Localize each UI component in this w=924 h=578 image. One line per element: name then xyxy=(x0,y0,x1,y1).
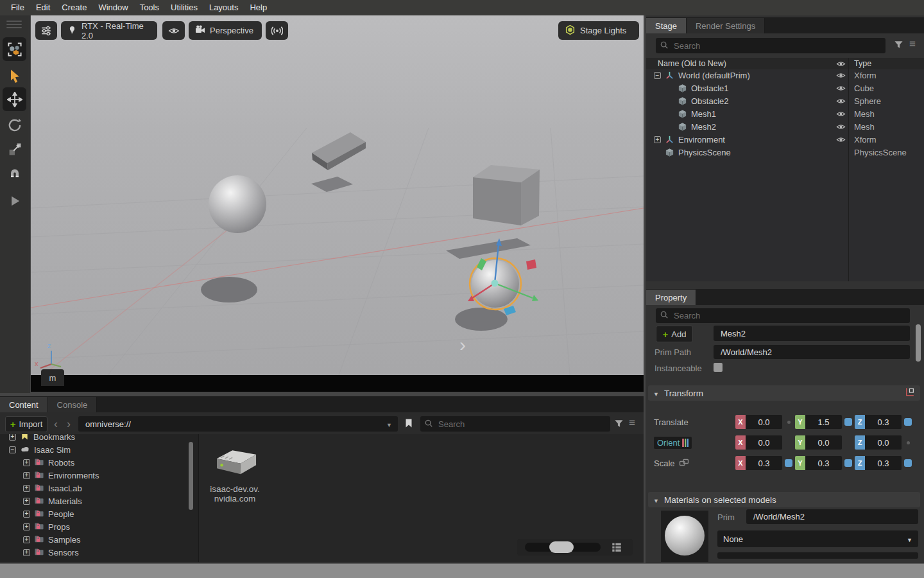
move-tool-button[interactable] xyxy=(3,87,26,111)
menu-window[interactable]: Window xyxy=(92,0,133,15)
instanceable-checkbox[interactable] xyxy=(714,363,723,372)
view-mode-grid-icon[interactable] xyxy=(611,541,622,553)
visibility-eye-icon[interactable] xyxy=(836,96,846,108)
expand-toggle[interactable] xyxy=(9,434,16,441)
tree-item-materials[interactable]: Materials xyxy=(23,495,82,507)
content-search-input[interactable] xyxy=(437,419,606,430)
translate-z-field[interactable]: 0.3 xyxy=(865,415,902,429)
translate-x-field[interactable]: 0.0 xyxy=(746,415,782,429)
viewport[interactable]: RTX - Real-Time 2.0 Perspective Stage Li… xyxy=(31,15,644,392)
stage-row-world[interactable]: World (defaultPrim) Xform xyxy=(646,69,924,82)
tab-property[interactable]: Property xyxy=(646,290,696,305)
link-toggle[interactable] xyxy=(842,415,855,429)
link-toggle[interactable] xyxy=(782,456,795,470)
stage-row-environment[interactable]: Environment Xform xyxy=(646,134,924,146)
visibility-eye-icon[interactable] xyxy=(836,83,846,95)
expand-panel-chevron[interactable] xyxy=(459,335,466,355)
tree-item-bookmarks[interactable]: Bookmarks xyxy=(9,434,75,443)
orient-z-field[interactable]: 0.0 xyxy=(865,435,902,450)
tree-item-isaac-sim[interactable]: Isaac Sim xyxy=(9,443,71,456)
tree-item-samples[interactable]: Samples xyxy=(23,533,81,546)
transform-axes-icon[interactable] xyxy=(904,387,915,399)
visibility-eye-icon[interactable] xyxy=(836,109,846,121)
name-column-label[interactable]: Name (Old to New) xyxy=(658,59,726,68)
stage-row-mesh2[interactable]: Mesh2 Mesh xyxy=(646,121,924,134)
units-badge[interactable]: m xyxy=(41,369,64,386)
select-tool-button[interactable] xyxy=(3,64,26,88)
forward-button[interactable] xyxy=(67,417,71,431)
toolbar-grip[interactable] xyxy=(6,21,22,22)
stage-row-obstacle2[interactable]: Obstacle2 Sphere xyxy=(646,95,924,108)
stage-filter-icon[interactable] xyxy=(894,40,903,49)
expand-toggle[interactable] xyxy=(654,136,661,143)
stage-row-mesh1[interactable]: Mesh1 Mesh xyxy=(646,108,924,121)
tree-item-props[interactable]: Props xyxy=(23,520,70,533)
property-search-input[interactable] xyxy=(672,310,906,321)
prim-path-field[interactable] xyxy=(714,345,910,359)
property-search[interactable] xyxy=(656,308,910,323)
play-button[interactable] xyxy=(3,189,26,213)
tree-splitter[interactable] xyxy=(198,434,199,562)
visibility-options-button[interactable] xyxy=(162,21,185,40)
expand-toggle[interactable] xyxy=(23,523,30,530)
scale-x-field[interactable]: 0.3 xyxy=(746,456,782,470)
type-column-label[interactable]: Type xyxy=(854,59,871,68)
bookmark-icon[interactable] xyxy=(404,417,414,429)
expand-toggle[interactable] xyxy=(23,459,30,466)
tab-render-settings[interactable]: Render Settings xyxy=(687,18,765,33)
menu-create[interactable]: Create xyxy=(56,0,92,15)
menu-edit[interactable]: Edit xyxy=(30,0,56,15)
add-property-button[interactable]: + Add xyxy=(656,326,693,342)
property-scrollbar[interactable] xyxy=(916,324,921,362)
renderer-selector[interactable]: RTX - Real-Time 2.0 xyxy=(61,21,157,40)
stage-options-icon[interactable] xyxy=(909,41,916,48)
collapse-toggle[interactable] xyxy=(9,446,16,453)
expand-toggle[interactable] xyxy=(23,536,30,543)
tree-scrollbar[interactable] xyxy=(189,442,193,510)
stage-search[interactable] xyxy=(656,38,886,53)
materials-section-header[interactable]: Materials on selected models xyxy=(648,492,920,507)
translate-y-field[interactable]: 1.5 xyxy=(805,415,842,429)
stage-search-input[interactable] xyxy=(672,40,882,51)
broadcast-button[interactable] xyxy=(266,21,288,40)
visibility-eye-icon[interactable] xyxy=(836,122,846,134)
prim-name-field[interactable] xyxy=(714,326,910,341)
expand-toggle[interactable] xyxy=(23,498,30,505)
orient-x-field[interactable]: 0.0 xyxy=(746,435,782,450)
back-button[interactable] xyxy=(54,417,58,431)
server-item-isaac-dev[interactable]: isaac-dev.ov. nvidia.com xyxy=(204,446,266,504)
selection-mode-button[interactable] xyxy=(3,37,26,61)
stage-row-physicsscene[interactable]: PhysicsScene PhysicsScene xyxy=(646,146,924,159)
stage-row-obstacle1[interactable]: Obstacle1 Cube xyxy=(646,82,924,95)
camera-selector[interactable]: Perspective xyxy=(189,21,262,40)
content-options-icon[interactable] xyxy=(629,420,635,426)
content-filter-icon[interactable] xyxy=(614,419,624,428)
link-toggle[interactable] xyxy=(902,415,914,429)
snap-tool-button[interactable] xyxy=(3,163,26,187)
link-toggle[interactable] xyxy=(842,456,855,470)
scale-link-icon[interactable] xyxy=(679,457,689,469)
obstacle-cube[interactable] xyxy=(473,165,540,225)
material-dropdown[interactable]: None xyxy=(717,530,918,547)
viewport-canvas[interactable] xyxy=(31,15,644,375)
tree-item-environments[interactable]: Environments xyxy=(23,469,99,482)
obstacle-sphere[interactable] xyxy=(209,175,266,233)
scale-tool-button[interactable] xyxy=(3,137,26,161)
expand-toggle[interactable] xyxy=(23,485,30,492)
import-button[interactable]: + Import xyxy=(5,416,47,432)
menu-file[interactable]: File xyxy=(5,0,30,15)
transform-section-header[interactable]: Transform xyxy=(648,385,920,401)
material-prim-path-field[interactable] xyxy=(746,509,918,524)
stage-lights-selector[interactable]: Stage Lights xyxy=(558,21,639,40)
path-field[interactable] xyxy=(78,416,398,432)
collapse-toggle[interactable] xyxy=(654,72,661,79)
scale-y-field[interactable]: 0.3 xyxy=(805,456,842,470)
tree-item-isaaclab[interactable]: IsaacLab xyxy=(23,482,82,495)
link-toggle[interactable] xyxy=(902,456,914,470)
tab-content[interactable]: Content xyxy=(0,397,48,412)
expand-toggle[interactable] xyxy=(23,549,30,556)
tab-console[interactable]: Console xyxy=(48,397,98,412)
menu-tools[interactable]: Tools xyxy=(134,0,165,15)
menu-help[interactable]: Help xyxy=(244,0,273,15)
rotate-tool-button[interactable] xyxy=(3,113,26,137)
